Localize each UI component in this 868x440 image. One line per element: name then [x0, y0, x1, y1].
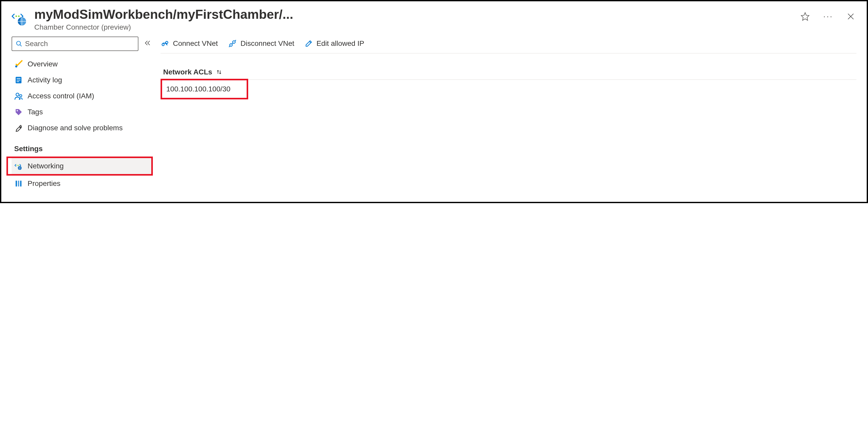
activity-log-icon: [14, 76, 23, 84]
page-header: myModSimWorkbench/myFirstChamber/... Cha…: [11, 7, 857, 37]
resource-icon: [11, 9, 28, 28]
button-label: Edit allowed IP: [316, 39, 364, 47]
highlight-networking: Networking: [6, 157, 153, 176]
acl-cell-value: 100.100.100.100/30: [166, 85, 230, 93]
svg-point-10: [20, 95, 22, 97]
sidebar-section-settings: Settings: [11, 136, 153, 157]
favorite-button[interactable]: [799, 10, 811, 23]
svg-point-9: [16, 93, 19, 96]
connect-vnet-button[interactable]: Connect VNet: [160, 39, 218, 48]
svg-point-14: [18, 165, 19, 166]
sidebar-item-activity-log[interactable]: Activity log: [11, 72, 153, 88]
column-label: Network ACLs: [163, 68, 212, 76]
svg-point-11: [17, 110, 18, 111]
sidebar-item-label: Networking: [28, 162, 64, 170]
svg-point-20: [166, 41, 168, 44]
sidebar-item-diagnose[interactable]: Diagnose and solve problems: [11, 120, 153, 136]
main-content: Connect VNet Disconnect VNet Edit allowe…: [160, 37, 857, 196]
edit-allowed-ip-button[interactable]: Edit allowed IP: [305, 39, 364, 47]
disconnect-icon: [228, 39, 237, 48]
svg-point-1: [18, 15, 20, 17]
search-input[interactable]: [25, 40, 134, 48]
tags-icon: [14, 108, 23, 116]
sort-icon: [216, 69, 222, 75]
column-header-network-acls[interactable]: Network ACLs: [160, 65, 857, 80]
close-button[interactable]: [845, 11, 857, 22]
page-title: myModSimWorkbench/myFirstChamber/...: [34, 7, 793, 22]
svg-point-4: [15, 65, 17, 67]
diagnose-icon: [14, 124, 23, 132]
svg-rect-7: [17, 80, 21, 80]
highlight-acl-row: 100.100.100.100/30: [160, 79, 857, 99]
button-label: Connect VNet: [173, 39, 218, 47]
button-label: Disconnect VNet: [241, 39, 294, 47]
access-control-icon: [14, 92, 23, 100]
sidebar-item-label: Tags: [28, 108, 43, 116]
svg-point-13: [17, 165, 18, 166]
sidebar-item-label: Diagnose and solve problems: [28, 124, 123, 132]
more-button[interactable]: ···: [822, 10, 835, 23]
overview-icon: [14, 60, 23, 68]
sidebar-item-properties[interactable]: Properties: [11, 176, 153, 192]
properties-icon: [14, 179, 23, 188]
search-input-wrap[interactable]: [11, 37, 138, 51]
sidebar-item-overview[interactable]: Overview: [11, 56, 153, 72]
sidebar: Overview Activity log Access control (IA…: [11, 37, 153, 196]
connect-icon: [160, 39, 169, 48]
svg-point-21: [230, 44, 232, 46]
svg-rect-17: [18, 181, 19, 187]
svg-rect-6: [17, 78, 21, 79]
sidebar-item-access-control[interactable]: Access control (IAM): [11, 88, 153, 104]
svg-point-0: [16, 15, 17, 17]
sidebar-item-label: Overview: [28, 60, 58, 68]
command-bar: Connect VNet Disconnect VNet Edit allowe…: [160, 37, 857, 54]
sidebar-item-tags[interactable]: Tags: [11, 104, 153, 120]
svg-point-12: [20, 127, 21, 128]
network-acls-table: Network ACLs 100.100.100.100/30: [160, 65, 857, 99]
svg-point-19: [162, 43, 164, 46]
sidebar-item-label: Activity log: [28, 76, 62, 84]
svg-rect-18: [20, 181, 21, 187]
sidebar-item-label: Properties: [28, 179, 61, 188]
sidebar-item-label: Access control (IAM): [28, 92, 94, 100]
table-row[interactable]: 100.100.100.100/30: [160, 79, 248, 99]
edit-icon: [305, 39, 313, 47]
sidebar-item-networking[interactable]: Networking: [11, 158, 151, 174]
svg-rect-8: [17, 81, 19, 82]
search-icon: [16, 40, 23, 47]
page-subtitle: Chamber Connector (preview): [34, 23, 793, 31]
networking-icon: [14, 162, 23, 170]
disconnect-vnet-button[interactable]: Disconnect VNet: [228, 39, 294, 48]
svg-point-22: [233, 41, 235, 43]
svg-point-3: [17, 41, 20, 45]
svg-rect-16: [16, 181, 17, 187]
collapse-sidebar-button[interactable]: [143, 38, 153, 50]
